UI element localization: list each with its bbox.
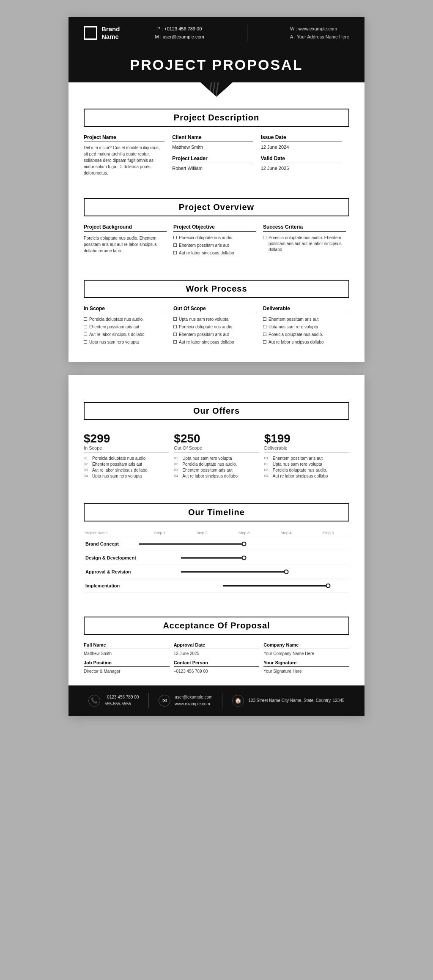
offer-1-subtitle: In Scope <box>84 445 169 453</box>
page-1: Brand Name P : +0123 456 789 00 M : user… <box>69 17 364 362</box>
acceptance-grid-bottom: Job Position Director & Manager Contact … <box>84 660 349 674</box>
approval-date-label: Approval Date <box>174 642 260 649</box>
page-title: PROJECT PROPOSAL <box>69 49 364 83</box>
objective-label: Project Objective <box>173 224 256 232</box>
email-icon: ✉ <box>159 695 170 707</box>
bullet-icon <box>263 325 266 328</box>
list-item: Poreicia doluptate nus audio. Ehentem po… <box>263 235 346 253</box>
bullet-icon <box>173 243 177 247</box>
background-col: Project Background Poreicia doluptate nu… <box>84 224 170 258</box>
timeline-col-name: Project Name <box>84 529 139 537</box>
bullet-icon <box>173 317 177 321</box>
page2-content: Our Offers $299 In Scope 01Poreicia dolu… <box>69 375 364 716</box>
list-item: Poreicia doluptate nus audio. <box>173 324 256 330</box>
header-divider <box>247 25 247 41</box>
list-item: Poreicia doluptate nus audio. <box>263 332 346 338</box>
list-item: Ehentem possitam aris aut <box>84 324 167 330</box>
offer-3: $199 Deliverable 01Ehentem possitam aris… <box>264 428 349 480</box>
approval-date-field: Approval Date 12 June 2025 <box>174 642 260 656</box>
footer-phone-text: +0123 456 789 00 555-555-5555 <box>104 694 139 707</box>
timeline-row-implementation: Implementation <box>84 579 139 593</box>
brand-box-icon <box>84 26 97 40</box>
list-item: Upta nus sam rero volupta <box>173 317 256 322</box>
timeline-table: Project Name Step 1 Step 2 Step 3 Step 4… <box>84 529 349 593</box>
bullet-icon <box>263 236 266 239</box>
our-timeline-header: Our Timeline <box>84 503 349 521</box>
list-item: Poreicia doluptate nus audio. <box>84 317 167 322</box>
bullet-icon <box>173 251 177 254</box>
bullet-icon <box>84 317 87 321</box>
out-scope-col: Out Of Scope Upta nus sam rero volupta P… <box>173 306 260 347</box>
timeline-step-5: Step 5 <box>307 529 349 537</box>
offer-3-price: $199 <box>264 432 349 445</box>
footer-phone: 📞 +0123 456 789 00 555-555-5555 <box>88 694 139 707</box>
bullet-icon <box>263 317 266 321</box>
valid-date-value: 12 June 2025 <box>261 166 342 171</box>
list-item: 03Aut re labor sincipsus dollabo <box>84 468 169 472</box>
list-item: 01Ehentem possitam aris aut <box>264 456 349 461</box>
bullet-icon <box>173 340 177 344</box>
brand-name: Brand Name <box>101 25 120 41</box>
table-row: Brand Concept <box>84 537 349 551</box>
phone-icon: 📞 <box>88 695 100 707</box>
in-scope-col: In Scope Poreicia doluptate nus audio. E… <box>84 306 170 347</box>
work-process-header: Work Process <box>84 280 349 298</box>
project-leader-label: Project Leader <box>172 156 253 163</box>
offer-3-subtitle: Deliverable <box>264 445 349 453</box>
project-overview-header: Project Overview <box>84 198 349 216</box>
success-col: Success Criteria Poreicia doluptate nus … <box>263 224 349 258</box>
timeline-step-3: Step 3 <box>223 529 265 537</box>
project-description-grid: Project Name Del ium inciur? Cus el modi… <box>69 134 364 186</box>
client-name-label: Client Name <box>172 134 253 142</box>
success-label: Success Criteria <box>263 224 346 232</box>
work-process-grid: In Scope Poreicia doluptate nus audio. E… <box>69 306 364 362</box>
table-row: Approval & Revision <box>84 565 349 579</box>
objective-col: Project Objective Poreicia doluptate nus… <box>173 224 260 258</box>
project-description-header: Project Description <box>84 109 349 127</box>
project-leader-value: Robert William <box>172 166 253 171</box>
project-name-text: Del ium inciur? Cus el modilem iliquibus… <box>84 145 164 176</box>
job-position-field: Job Position Director & Manager <box>84 660 170 674</box>
full-name-field: Full Name Matthew Smith <box>84 642 170 656</box>
company-name-value: Your Company Name Here <box>263 651 349 656</box>
header: Brand Name P : +0123 456 789 00 M : user… <box>69 17 364 49</box>
list-item: 03Ehentem possitam aris aut <box>174 468 259 472</box>
full-name-label: Full Name <box>84 642 170 649</box>
bullet-icon <box>173 333 177 336</box>
project-name-label: Project Name <box>84 134 164 142</box>
list-item: Aut re labor sincipsus dollabo <box>84 332 167 338</box>
list-item: 01Poreicia doluptate nus audio. <box>84 456 169 461</box>
bullet-icon <box>263 340 266 344</box>
bullet-icon <box>84 333 87 336</box>
list-item: 04Aut re labor sincipsus dollabo <box>174 474 259 478</box>
footer-email: ✉ user@example.com www.example.com <box>159 694 212 707</box>
offer-2-subtitle: Out Of Scope <box>174 445 259 453</box>
bullet-icon <box>173 325 177 328</box>
offer-2-price: $250 <box>174 432 259 445</box>
timeline-section: Project Name Step 1 Step 2 Step 3 Step 4… <box>69 529 364 605</box>
deliverable-label: Deliverable <box>263 306 346 313</box>
table-row: Implementation <box>84 579 349 593</box>
list-item: Ehentem possitam aris aut <box>173 243 256 248</box>
acceptance-grid-top: Full Name Matthew Smith Approval Date 12… <box>84 642 349 656</box>
chevron-decoration <box>69 82 364 97</box>
timeline-step-4: Step 4 <box>265 529 307 537</box>
offers-grid: $299 In Scope 01Poreicia doluptate nus a… <box>69 428 364 491</box>
your-signature-field: Your Signature Your Signature Here <box>263 660 349 674</box>
page-2: Our Offers $299 In Scope 01Poreicia dolu… <box>69 375 364 716</box>
list-item: Aut re labor sincipsus dollabo <box>173 339 256 345</box>
footer-address-text: 123 Street Name City Name, State, Countr… <box>248 697 344 704</box>
chevron-icon <box>200 82 233 97</box>
job-position-value: Director & Manager <box>84 669 170 674</box>
bullet-icon <box>173 236 177 239</box>
contact-person-value: +0123 456 789 00 <box>174 669 260 674</box>
brand-logo: Brand Name <box>84 25 120 41</box>
list-item: 02Upta nus sam rero volupta <box>264 462 349 467</box>
offer-1: $299 In Scope 01Poreicia doluptate nus a… <box>84 428 169 480</box>
client-name-value: Matthew Smith <box>172 145 253 150</box>
timeline-row-approval: Approval & Revision <box>84 565 139 579</box>
list-item: 02Poreicia doluptate nus audio. <box>174 462 259 467</box>
list-item: Upta nus sam rero volupta <box>263 324 346 330</box>
footer-divider-1 <box>148 693 149 708</box>
header-contact-right: W : www.example.com A : Your Address Nam… <box>290 25 349 41</box>
